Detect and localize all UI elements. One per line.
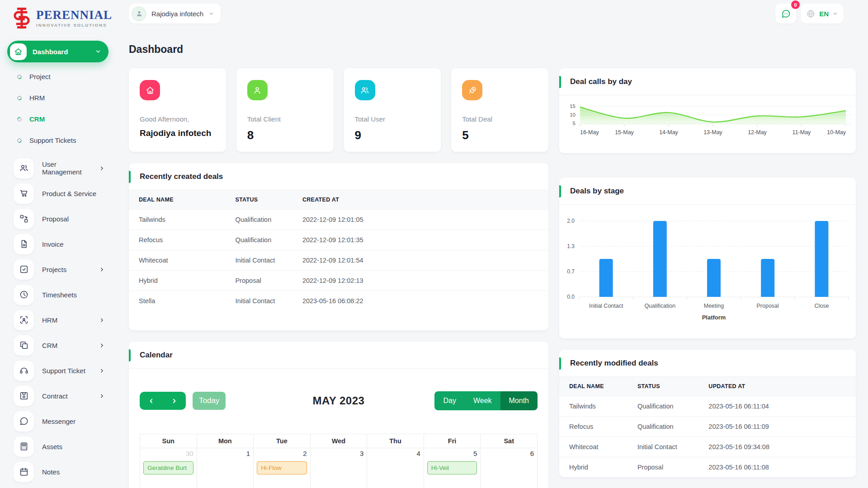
sidebar-menu: User ManagementProduct & ServiceProposal…	[7, 155, 116, 484]
created-deals-table: DEAL NAMESTATUSCREATED AT TailwindsQuali…	[129, 190, 548, 311]
calendar-day-header: Mon	[197, 434, 254, 448]
calendar-event[interactable]: Hi-Flow	[257, 461, 307, 474]
table-row: WhitecoatInitial Contact2023-05-16 09:34…	[559, 437, 856, 457]
headset-icon	[14, 361, 34, 381]
stat-card-value: 8	[247, 128, 323, 142]
panel-accent	[559, 185, 561, 197]
brand-name: PERENNIAL	[36, 9, 112, 21]
svg-text:10: 10	[570, 112, 576, 117]
table-row: HybridProposal2023-05-16 06:11:08	[559, 457, 856, 478]
chat-icon	[14, 411, 34, 432]
sidebar-item-label: Project	[29, 73, 51, 80]
column-header: STATUS	[225, 190, 292, 210]
sidebar-item-label: Proposal	[42, 215, 69, 223]
panel-title: Deals by stage	[570, 187, 624, 196]
calendar-day-cell[interactable]: 6	[481, 448, 538, 488]
calendar-day-cell[interactable]: 4	[367, 448, 424, 488]
table-cell: Proposal	[627, 457, 698, 478]
ring-bullet-icon	[16, 116, 23, 122]
panel-title: Calendar	[140, 351, 173, 360]
column-header: CREATED AT	[292, 190, 548, 210]
modified-deals-table: DEAL NAMESTATUSUPDATED AT TailwindsQuali…	[559, 377, 856, 477]
recently-created-deals-panel: Recently created deals DEAL NAMESTATUSCR…	[129, 163, 548, 330]
table-header-row: DEAL NAMESTATUSCREATED AT	[129, 190, 548, 210]
chevron-down-icon	[208, 11, 214, 17]
svg-text:0.0: 0.0	[567, 294, 575, 300]
sidebar-item-projects[interactable]: Projects	[7, 257, 116, 282]
sidebar-item-dashboard[interactable]: Dashboard	[7, 41, 108, 62]
users-icon	[14, 158, 34, 178]
chevron-right-icon	[99, 368, 105, 374]
table-row: TailwindsQualification2023-05-16 06:11:0…	[559, 396, 856, 417]
sidebar-item-notes[interactable]: Notes	[7, 459, 116, 484]
sidebar-item-crm[interactable]: CRM	[7, 108, 116, 130]
sidebar-item-invoice[interactable]: Invoice	[7, 231, 116, 257]
stat-card-label: Total Deal	[462, 115, 538, 123]
chevron-right-icon	[99, 165, 105, 171]
sidebar-item-hrm[interactable]: HRM	[7, 307, 116, 333]
svg-text:15: 15	[570, 103, 576, 109]
globe-icon	[806, 9, 816, 19]
deals-by-stage-chart: 0.00.71.32.0Initial ContactQualification…	[559, 206, 856, 338]
svg-text:15-May: 15-May	[615, 129, 634, 136]
avatar	[132, 6, 146, 21]
messages-button[interactable]: 0	[775, 4, 796, 23]
svg-text:2.0: 2.0	[567, 218, 575, 224]
table-cell: Refocus	[559, 417, 627, 437]
calendar-date: 4	[416, 450, 420, 457]
stat-card-total-client: Total Client8	[236, 68, 334, 152]
sidebar-item-support-ticket[interactable]: Support Ticket	[7, 358, 116, 383]
table-body: TailwindsQualification2023-05-16 06:11:0…	[559, 396, 856, 478]
table-row: StellaInitial Contact2023-05-16 06:08:22	[129, 291, 548, 311]
calendar-date: 5	[473, 450, 477, 457]
table-cell: 2023-05-16 09:34:08	[698, 437, 856, 457]
table-cell: 2023-05-16 06:11:04	[698, 396, 856, 417]
table-row: HybridProposal2022-12-09 12:02:13	[129, 271, 548, 291]
panel-title: Recently modified deals	[570, 359, 658, 368]
table-cell: 2023-05-16 06:11:08	[698, 457, 856, 478]
sidebar-item-assets[interactable]: Assets	[7, 434, 116, 459]
sidebar-item-messenger[interactable]: Messenger	[7, 408, 116, 434]
sidebar-item-proposal[interactable]: Proposal	[7, 206, 116, 231]
sidebar-item-crm[interactable]: CRM	[7, 333, 116, 358]
calculator-icon	[14, 436, 34, 457]
sidebar-item-project[interactable]: Project	[7, 66, 116, 87]
table-cell: Hybrid	[559, 457, 627, 478]
home-icon	[10, 43, 27, 60]
calendar-date: 30	[186, 450, 193, 457]
sidebar-item-product-service[interactable]: Product & Service	[7, 181, 116, 206]
stat-card-total-deal: Total Deal5	[451, 68, 548, 152]
deals-by-stage-panel: Deals by stage 0.00.71.32.0Initial Conta…	[559, 178, 856, 338]
sidebar-item-contract[interactable]: Contract	[7, 383, 116, 408]
calendar-grid: SunMonTueWedThuFriSat 30Geraldine Burt12…	[140, 434, 538, 488]
calendar-event[interactable]: Hi-Veil	[427, 461, 477, 474]
sidebar-item-support-tickets[interactable]: Support Tickets	[7, 130, 116, 151]
table-cell: Whitecoat	[129, 250, 225, 271]
svg-text:13-May: 13-May	[703, 129, 722, 136]
clock-icon	[14, 285, 34, 305]
notification-badge: 0	[791, 0, 800, 9]
sidebar-item-timesheets[interactable]: Timesheets	[7, 282, 116, 307]
sidebar-item-label: Support Ticket	[42, 367, 85, 375]
calendar-day-cell[interactable]: 2Hi-Flow	[254, 448, 311, 488]
brand-tagline: INNOVATIVE SOLUTIONS	[36, 23, 112, 28]
calendar-event[interactable]: Geraldine Burt	[143, 461, 193, 474]
sidebar-item-label: User Management	[42, 160, 91, 176]
stat-cards: Good Afternoon,Rajodiya infotechTotal Cl…	[129, 68, 548, 152]
chevron-right-icon	[99, 343, 105, 348]
calendar-day-cell[interactable]: 30Geraldine Burt	[140, 448, 197, 488]
page-title: Dashboard	[129, 43, 844, 56]
sidebar-item-hrm[interactable]: HRM	[7, 87, 116, 108]
calendar-day-cell[interactable]: 5Hi-Veil	[424, 448, 481, 488]
table-row: WhitecoatInitial Contact2022-12-09 12:01…	[129, 250, 548, 271]
table-cell: 2023-05-16 06:11:09	[698, 417, 856, 437]
calendar-day-cell[interactable]: 3	[310, 448, 367, 488]
main-content: Rajodiya infotech 0 EN	[129, 0, 856, 488]
table-head: DEAL NAMESTATUSUPDATED AT	[559, 377, 856, 396]
calendar-day-cell[interactable]: 1	[197, 448, 254, 488]
language-selector[interactable]: EN	[801, 4, 844, 23]
calendar-icon	[14, 462, 34, 482]
sidebar-item-user-management[interactable]: User Management	[7, 155, 116, 181]
stat-card-good-afternoon: Good Afternoon,Rajodiya infotech	[129, 68, 226, 152]
company-selector[interactable]: Rajodiya infotech	[129, 4, 221, 23]
